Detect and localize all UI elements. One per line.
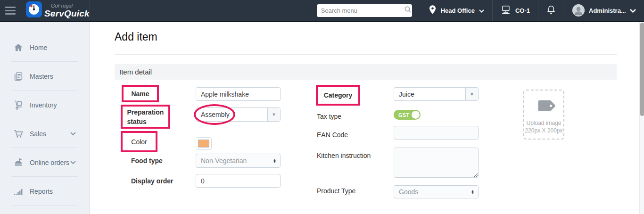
servquick-logo-icon	[26, 1, 42, 19]
upload-image-text: Upload image	[526, 119, 561, 127]
annotation-box-category: Category	[316, 85, 360, 106]
sidebar-item-sales[interactable]: Sales	[0, 119, 89, 148]
display-order-label: Display order	[131, 177, 173, 185]
toggle-knob	[412, 111, 420, 119]
store-selector-label: Head Office	[441, 7, 475, 14]
sidebar-item-online-orders[interactable]: Online orders	[0, 148, 89, 177]
upload-image-dimensions: 220px X 200px	[525, 127, 562, 134]
preparation-status-value: Assembly	[201, 111, 230, 118]
preparation-status-label: Preparation status	[127, 107, 164, 126]
ean-code-input[interactable]	[394, 126, 479, 140]
sidebar-item-inventory[interactable]: Inventory	[0, 91, 89, 119]
title-divider	[115, 54, 617, 55]
user-menu[interactable]: Administra...	[564, 0, 644, 21]
color-label: Color	[131, 138, 147, 146]
product-type-value: Goods	[399, 188, 418, 196]
sidebar-item-label: Home	[30, 44, 47, 51]
user-name-label: Administra...	[589, 7, 626, 14]
annotation-box-name: Name	[122, 85, 159, 102]
location-pin-icon	[429, 5, 437, 16]
store-selector[interactable]: Head Office	[421, 0, 492, 21]
masters-icon	[13, 71, 24, 82]
color-swatch	[198, 140, 209, 148]
annotation-box-preparation-status: Preparation status	[121, 105, 170, 129]
sidebar-item-home[interactable]: Home	[0, 33, 89, 62]
annotation-box-color: Color	[121, 131, 157, 152]
product-type-select[interactable]: Goods ▲▼	[394, 185, 479, 198]
name-input[interactable]	[196, 87, 281, 101]
ean-code-label: EAN Code	[317, 131, 348, 139]
sidebar-item-label: Sales	[30, 130, 46, 138]
preparation-status-dropdown[interactable]: Assembly ▼	[196, 107, 281, 122]
section-title: Item detail	[119, 68, 152, 76]
tag-icon	[530, 91, 558, 119]
brand-name-top: GoFrugal	[51, 3, 90, 8]
navbar-spacer	[90, 0, 317, 21]
sidebar-item-reports[interactable]: Reports	[0, 177, 89, 206]
category-dropdown[interactable]: Juice ▼	[394, 87, 479, 101]
brand-logo[interactable]: GoFrugal ServQuick	[21, 0, 90, 21]
color-picker-button[interactable]	[196, 137, 212, 150]
search-icon	[404, 6, 412, 15]
top-navbar: GoFrugal ServQuick Head Office	[0, 0, 644, 22]
main-content: Add item Item detail Name Preparation st…	[90, 22, 639, 214]
kitchen-instruction-label: Kitchen instruction	[317, 152, 371, 159]
terminal-label: CO-1	[515, 7, 530, 14]
chevron-down-icon	[70, 161, 76, 165]
vertical-scrollbar	[639, 22, 644, 214]
category-value: Juice	[399, 91, 414, 98]
user-avatar	[572, 4, 585, 16]
sidebar-item-label: Reports	[30, 188, 53, 195]
menu-search-box	[317, 4, 412, 17]
item-detail-section-header: Item detail	[115, 64, 617, 80]
sidebar-item-label: Masters	[30, 73, 53, 80]
tax-type-toggle-label: GST	[398, 112, 410, 118]
page-title: Add item	[115, 31, 157, 43]
food-type-label: Food type	[131, 157, 163, 165]
category-label: Category	[324, 91, 353, 99]
sidebar-item-label: Online orders	[30, 159, 69, 166]
terminal-icon	[501, 5, 511, 16]
online-orders-icon	[13, 157, 24, 168]
select-spinner-icon: ▲▼	[471, 189, 474, 194]
chevron-down-icon	[479, 7, 484, 14]
sidebar-item-masters[interactable]: Masters	[0, 62, 89, 91]
scrollbar-thumb[interactable]	[640, 23, 644, 116]
sidebar-nav: Home Masters Inventory	[0, 22, 90, 214]
product-type-label: Product Type	[317, 187, 355, 195]
name-label: Name	[131, 90, 149, 98]
brand-name-bottom: ServQuick	[44, 9, 90, 18]
chevron-down-icon	[630, 7, 636, 14]
food-type-value: Non-Vegetarian	[201, 157, 247, 165]
search-input[interactable]	[321, 7, 404, 14]
dropdown-caret-icon[interactable]: ▼	[267, 108, 280, 121]
food-type-select[interactable]: Non-Vegetarian ▲▼	[196, 154, 281, 168]
reports-bar-chart-icon	[13, 186, 24, 197]
home-icon	[13, 42, 24, 53]
tax-type-toggle[interactable]: GST	[394, 110, 421, 120]
upload-image-dropzone[interactable]: Upload image 220px X 200px	[523, 90, 564, 140]
hamburger-menu-button[interactable]	[0, 0, 21, 21]
chevron-down-icon	[70, 132, 76, 136]
dropdown-caret-icon[interactable]: ▼	[465, 88, 478, 100]
select-spinner-icon: ▲▼	[273, 158, 276, 163]
kitchen-instruction-textarea[interactable]	[394, 148, 479, 178]
sidebar-item-label: Inventory	[30, 101, 57, 109]
tax-type-label: Tax type	[317, 113, 341, 120]
display-order-input[interactable]	[196, 174, 281, 188]
notifications-button[interactable]	[538, 0, 564, 21]
bell-icon	[546, 5, 556, 16]
terminal-selector[interactable]: CO-1	[492, 0, 538, 21]
inventory-icon	[13, 100, 24, 110]
sales-cart-icon	[13, 129, 24, 139]
